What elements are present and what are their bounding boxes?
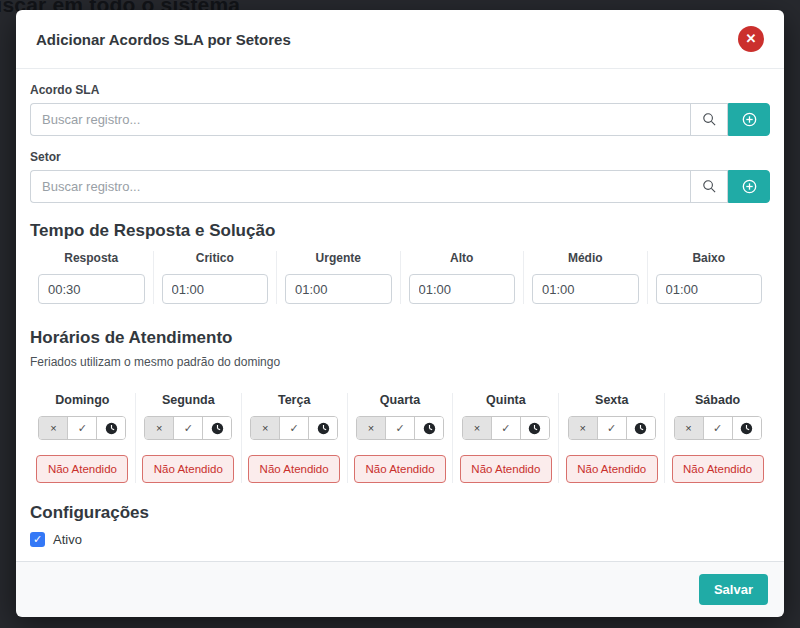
mode-schedule-button[interactable] [414,417,443,439]
day-name: Domingo [35,393,130,407]
clock-icon [105,422,118,435]
modal-header: Adicionar Acordos SLA por Setores ✕ [16,10,784,69]
tempo-col-medio: Médio [523,251,647,304]
day-col-quarta: Quarta × ✓ Não Atendido [347,393,453,483]
ativo-label: Ativo [53,532,82,547]
day-mode-toggle-quarta: × ✓ [356,416,444,440]
nao-atendido-button-quarta[interactable]: Não Atendido [354,455,446,483]
setor-add-button[interactable] [728,170,770,203]
check-icon: ✓ [184,422,193,435]
x-icon: × [262,422,268,434]
tempo-baixo-input[interactable] [656,274,763,304]
tempo-col-label: Resposta [38,251,145,265]
day-col-sabado: Sábado × ✓ Não Atendido [664,393,770,483]
mode-on-button[interactable]: ✓ [597,417,626,439]
modal-body: Acordo SLA Setor [16,69,784,561]
x-icon: × [156,422,162,434]
mode-schedule-button[interactable] [308,417,337,439]
search-icon [702,179,717,194]
check-icon: ✓ [501,422,510,435]
setor-input-group [30,170,770,203]
check-icon: ✓ [78,422,87,435]
close-button[interactable]: ✕ [738,26,764,52]
clock-icon [528,422,541,435]
acordo-sla-search-button[interactable] [690,103,728,136]
acordo-sla-add-button[interactable] [728,103,770,136]
tempo-medio-input[interactable] [532,274,639,304]
setor-search-input[interactable] [30,170,690,203]
horarios-section-heading: Horários de Atendimento [30,328,770,348]
mode-schedule-button[interactable] [96,417,125,439]
add-sla-modal: Adicionar Acordos SLA por Setores ✕ Acor… [16,10,784,612]
nao-atendido-button-domingo[interactable]: Não Atendido [36,455,128,483]
day-mode-toggle-segunda: × ✓ [144,416,232,440]
nao-atendido-button-segunda[interactable]: Não Atendido [142,455,234,483]
tempo-col-resposta: Resposta [30,251,153,304]
x-icon: × [368,422,374,434]
modal-footer: Salvar [16,561,784,617]
day-name: Segunda [141,393,236,407]
acordo-sla-search-input[interactable] [30,103,690,136]
tempo-section-heading: Tempo de Resposta e Solução [30,221,770,241]
save-button[interactable]: Salvar [699,574,768,605]
mode-on-button[interactable]: ✓ [703,417,732,439]
ativo-checkbox[interactable]: ✓ [30,532,45,547]
config-section-heading: Configurações [30,503,770,523]
tempo-col-label: Urgente [285,251,392,265]
mode-schedule-button[interactable] [732,417,761,439]
nao-atendido-button-terca[interactable]: Não Atendido [248,455,340,483]
day-mode-toggle-sabado: × ✓ [674,416,762,440]
mode-on-button[interactable]: ✓ [279,417,308,439]
tempo-resposta-input[interactable] [38,274,145,304]
day-name: Sexta [564,393,659,407]
mode-off-button[interactable]: × [569,417,597,439]
mode-on-button[interactable]: ✓ [173,417,202,439]
day-name: Quarta [353,393,448,407]
tempo-col-critico: Critico [153,251,277,304]
mode-off-button[interactable]: × [463,417,491,439]
tempo-col-baixo: Baixo [647,251,771,304]
check-icon: ✓ [607,422,616,435]
check-icon: ✓ [713,422,722,435]
day-col-sexta: Sexta × ✓ Não Atendido [558,393,664,483]
clock-icon [423,422,436,435]
tempo-alto-input[interactable] [409,274,516,304]
day-name: Quinta [458,393,553,407]
day-col-quinta: Quinta × ✓ Não Atendido [452,393,558,483]
tempo-critico-input[interactable] [162,274,269,304]
day-name: Terça [247,393,342,407]
acordo-sla-label: Acordo SLA [30,83,770,97]
tempo-urgente-input[interactable] [285,274,392,304]
nao-atendido-button-sabado[interactable]: Não Atendido [672,455,764,483]
mode-off-button[interactable]: × [675,417,703,439]
mode-off-button[interactable]: × [357,417,385,439]
x-icon: × [474,422,480,434]
mode-on-button[interactable]: ✓ [67,417,96,439]
acordo-sla-field-group: Acordo SLA [30,83,770,136]
day-mode-toggle-quinta: × ✓ [462,416,550,440]
nao-atendido-button-sexta[interactable]: Não Atendido [566,455,658,483]
tempo-col-label: Baixo [656,251,763,265]
mode-on-button[interactable]: ✓ [491,417,520,439]
day-col-domingo: Domingo × ✓ Não Atendido [30,393,135,483]
tempo-col-label: Critico [162,251,269,265]
mode-schedule-button[interactable] [626,417,655,439]
setor-search-button[interactable] [690,170,728,203]
clock-icon [317,422,330,435]
nao-atendido-button-quinta[interactable]: Não Atendido [460,455,552,483]
mode-schedule-button[interactable] [520,417,549,439]
mode-off-button[interactable]: × [39,417,67,439]
mode-schedule-button[interactable] [202,417,231,439]
day-mode-toggle-sexta: × ✓ [568,416,656,440]
day-mode-toggle-terca: × ✓ [250,416,338,440]
x-icon: × [580,422,586,434]
check-icon: ✓ [395,422,404,435]
mode-on-button[interactable]: ✓ [385,417,414,439]
day-name: Sábado [670,393,765,407]
day-col-terca: Terça × ✓ Não Atendido [241,393,347,483]
acordo-sla-input-group [30,103,770,136]
day-col-segunda: Segunda × ✓ Não Atendido [135,393,241,483]
tempo-col-alto: Alto [400,251,524,304]
mode-off-button[interactable]: × [145,417,173,439]
mode-off-button[interactable]: × [251,417,279,439]
